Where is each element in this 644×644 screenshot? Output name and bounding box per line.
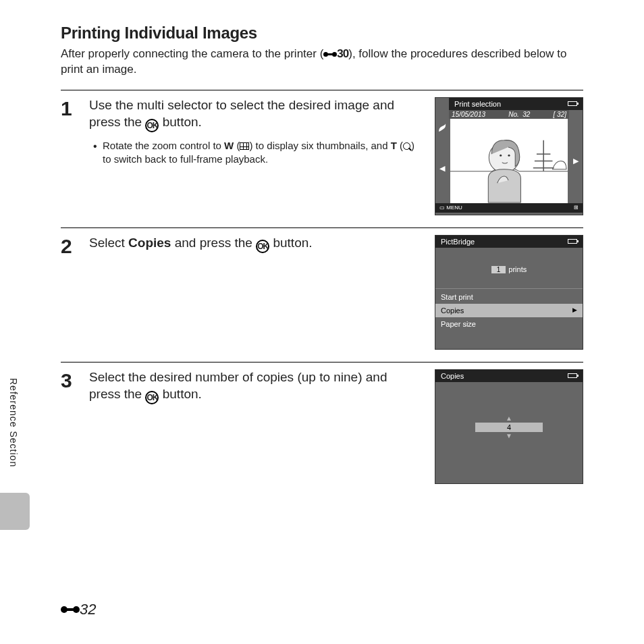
lcd-divider [435, 288, 583, 289]
step-instruction: Select Copies and press the OK button. [89, 235, 421, 253]
lcd-pictbridge-menu: PictBridge 1prints Start print Copies ▶ … [435, 235, 583, 350]
step-instruction: Use the multi selector to select the des… [89, 97, 421, 132]
lcd-no-val: 32 [522, 111, 530, 118]
svg-point-3 [508, 155, 510, 157]
lcd-print-selection: Print selection 15/05/2013 No. 32 [ 32] [435, 97, 583, 215]
copies-bold: Copies [128, 236, 171, 250]
lcd-copies-spinner: Copies ▲ 4 ▼ [435, 369, 583, 484]
menu-copies: Copies ▶ [435, 304, 583, 317]
battery-icon [568, 101, 577, 106]
menu-start-print: Start print [435, 290, 583, 304]
text: Select the desired number of copies (up … [89, 370, 387, 401]
text: button. [159, 387, 201, 401]
step-number: 3 [61, 369, 89, 484]
ok-button-icon: OK [145, 119, 159, 132]
prints-value: 1 [491, 266, 506, 273]
section-title: Printing Individual Images [61, 24, 583, 43]
text: and press the [171, 236, 256, 250]
battery-icon [568, 373, 577, 378]
submenu-arrow-icon: ▶ [572, 306, 577, 315]
left-arrow-icon: ◀ [439, 134, 445, 203]
step-instruction: Select the desired number of copies (up … [89, 369, 421, 404]
step-2: 2 Select Copies and press the OK button.… [61, 228, 583, 362]
up-arrow-icon: ▲ [475, 416, 543, 421]
copies-spinner: ▲ 4 ▼ [475, 416, 543, 439]
xref-icon: 30 [323, 47, 348, 60]
page-number: 32 [61, 601, 96, 618]
right-arrow-icon: ▶ [573, 119, 579, 203]
step-bullet: Rotate the zoom control to W () to displ… [103, 139, 421, 167]
lcd-title: Print selection [454, 100, 501, 108]
t-key: T [391, 140, 397, 151]
lcd-title: Copies [441, 372, 464, 380]
down-arrow-icon: ▼ [475, 433, 543, 439]
thumbnail-icon [240, 142, 249, 150]
lcd-title: PictBridge [441, 238, 475, 246]
prints-label: prints [508, 265, 527, 273]
lcd-photo-preview [450, 119, 568, 203]
side-section-label: Reference Section [8, 378, 19, 467]
reference-icon [61, 605, 80, 614]
intro-pre: After properly connecting the camera to … [61, 47, 323, 60]
lcd-footer: ▭ MENU ⊞ [435, 203, 583, 213]
battery-icon [568, 239, 577, 244]
xref-num: 30 [337, 47, 348, 60]
step-3: 3 Select the desired number of copies (u… [61, 363, 583, 496]
ok-button-icon: OK [256, 240, 269, 253]
step-1: 1 Use the multi selector to select the d… [61, 90, 583, 227]
menu-label: Copies [441, 306, 464, 315]
step-number: 1 [61, 97, 89, 215]
text: Use the multi selector to select the des… [89, 98, 394, 129]
menu-paper-size: Paper size [435, 317, 583, 331]
text: button. [159, 115, 201, 129]
copies-value: 4 [475, 423, 543, 432]
side-tab-block [0, 493, 30, 530]
w-key: W [224, 140, 234, 151]
text: button. [269, 236, 312, 250]
lcd-meta: 15/05/2013 No. 32 [ 32] [449, 110, 569, 119]
ok-button-icon: OK [145, 391, 159, 404]
text: Select [89, 236, 128, 250]
lcd-menu-label: MENU [446, 205, 462, 211]
pictbridge-icon [437, 123, 448, 134]
magnifier-icon [403, 142, 411, 151]
lcd-date: 15/05/2013 [452, 111, 485, 118]
lcd-total: [ 32] [554, 111, 566, 118]
step-number: 2 [61, 235, 89, 350]
svg-point-2 [500, 155, 502, 157]
page-num-value: 32 [80, 601, 96, 618]
lcd-no-label: No. [508, 111, 519, 118]
reference-icon [323, 51, 337, 58]
lcd-prints-count: 1prints [435, 248, 583, 288]
intro-paragraph: After properly connecting the camera to … [61, 47, 583, 78]
